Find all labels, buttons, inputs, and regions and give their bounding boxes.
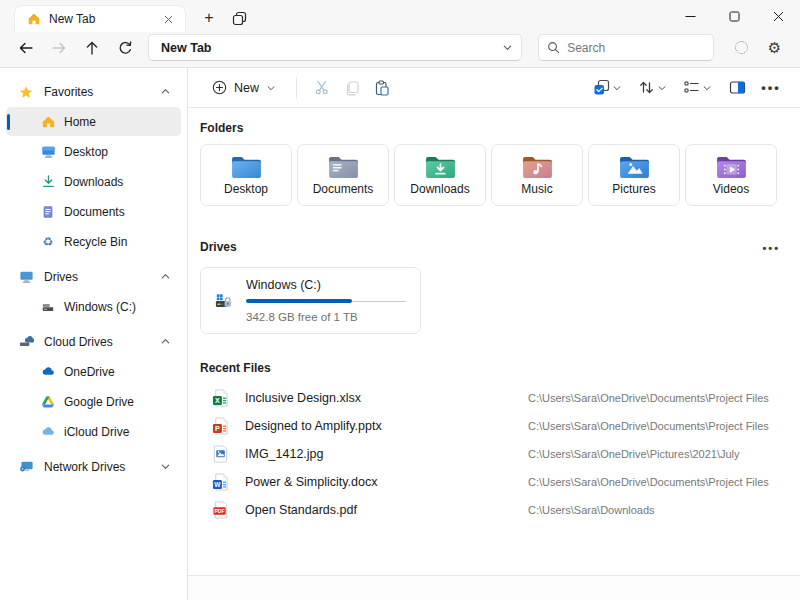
- desktop-folder-icon: [231, 154, 262, 179]
- folder-card-downloads[interactable]: Downloads: [394, 144, 486, 206]
- toolbar-separator: [296, 77, 297, 99]
- svg-text:W: W: [214, 481, 221, 488]
- sidebar-item-icloud-drive[interactable]: iCloud Drive: [6, 417, 181, 446]
- home-icon: [27, 12, 41, 26]
- sidebar: Favorites Home Desktop Downloads Documen…: [0, 68, 188, 600]
- tab-overview-icon[interactable]: [226, 5, 252, 31]
- copy-icon[interactable]: [337, 73, 367, 103]
- sidebar-section-network-drives[interactable]: Network Drives: [6, 452, 181, 481]
- sort-menu[interactable]: [632, 75, 673, 100]
- search-box[interactable]: [538, 34, 714, 61]
- folders-row: Desktop Documents Downloads Music: [200, 144, 786, 206]
- address-chevron-down-icon[interactable]: [502, 42, 513, 53]
- minimize-button[interactable]: [668, 0, 712, 32]
- file-row[interactable]: X Inclusive Design.xlsx C:\Users\Sara\On…: [200, 384, 786, 412]
- file-row[interactable]: IMG_1412.jpg C:\Users\Sara\OneDrive\Pict…: [200, 440, 786, 468]
- folders-section-title: Folders: [200, 121, 786, 135]
- powerpoint-file-icon: P: [210, 417, 230, 435]
- download-icon: [40, 174, 56, 189]
- svg-text:P: P: [215, 425, 220, 433]
- chevron-up-icon[interactable]: [160, 336, 171, 347]
- folder-card-pictures[interactable]: Pictures: [588, 144, 680, 206]
- sidebar-item-home[interactable]: Home: [6, 107, 181, 136]
- chevron-down-icon: [702, 83, 712, 93]
- forward-icon[interactable]: [45, 34, 72, 61]
- downloads-folder-icon: [425, 154, 456, 179]
- sidebar-section-drives[interactable]: Drives: [6, 262, 181, 291]
- folder-card-desktop[interactable]: Desktop: [200, 144, 292, 206]
- drive-usage-bar: [246, 299, 406, 303]
- bitlocker-drive-icon: [215, 283, 232, 319]
- documents-folder-icon: [328, 154, 359, 179]
- new-button[interactable]: New: [202, 75, 286, 100]
- cloud-drive-icon: [18, 334, 34, 349]
- new-tab-button[interactable]: +: [196, 5, 222, 31]
- excel-file-icon: X: [210, 389, 230, 407]
- sidebar-item-recycle-bin[interactable]: ♻ Recycle Bin: [6, 227, 181, 256]
- tab-close-icon[interactable]: [159, 10, 177, 28]
- more-options-icon[interactable]: •••: [756, 73, 786, 103]
- sidebar-section-favorites[interactable]: Favorites: [6, 77, 181, 106]
- sidebar-section-cloud-drives[interactable]: Cloud Drives: [6, 327, 181, 356]
- plus-circle-icon: [212, 80, 227, 95]
- drives-monitor-icon: [18, 269, 34, 284]
- recent-files-section-title: Recent Files: [200, 361, 786, 375]
- address-bar[interactable]: [148, 34, 522, 61]
- sync-status-icon[interactable]: [728, 34, 755, 61]
- preview-pane-icon[interactable]: [722, 73, 752, 103]
- titlebar: New Tab +: [0, 0, 800, 32]
- tab-title: New Tab: [49, 12, 151, 26]
- chevron-up-icon[interactable]: [160, 271, 171, 282]
- paste-icon[interactable]: [367, 73, 397, 103]
- folder-card-videos[interactable]: Videos: [685, 144, 777, 206]
- maximize-button[interactable]: [712, 0, 756, 32]
- drive-card-windows-c[interactable]: Windows (C:) 342.8 GB free of 1 TB: [200, 267, 421, 334]
- sidebar-item-onedrive[interactable]: OneDrive: [6, 357, 181, 386]
- sidebar-item-downloads[interactable]: Downloads: [6, 167, 181, 196]
- pdf-file-icon: PDF: [210, 501, 230, 519]
- folder-card-documents[interactable]: Documents: [297, 144, 389, 206]
- sidebar-item-desktop[interactable]: Desktop: [6, 137, 181, 166]
- chevron-down-icon[interactable]: [160, 461, 171, 472]
- search-input[interactable]: [567, 41, 705, 55]
- chevron-up-icon[interactable]: [160, 86, 171, 97]
- home-icon: [40, 114, 56, 129]
- recycle-bin-icon: ♻: [40, 236, 56, 248]
- sidebar-item-google-drive[interactable]: Google Drive: [6, 387, 181, 416]
- image-file-icon: [210, 445, 230, 463]
- sidebar-item-windows-c[interactable]: Windows (C:): [6, 292, 181, 321]
- status-bar: [188, 575, 800, 600]
- refresh-icon[interactable]: [111, 34, 138, 61]
- recent-files-list: X Inclusive Design.xlsx C:\Users\Sara\On…: [200, 384, 786, 524]
- drives-more-icon[interactable]: •••: [756, 236, 786, 258]
- drive-free-space: 342.8 GB free of 1 TB: [246, 311, 406, 323]
- chevron-down-icon: [266, 83, 276, 93]
- star-icon: [18, 85, 34, 99]
- close-button[interactable]: [756, 0, 800, 32]
- svg-text:PDF: PDF: [214, 508, 224, 514]
- search-icon: [547, 41, 560, 54]
- sidebar-item-documents[interactable]: Documents: [6, 197, 181, 226]
- up-icon[interactable]: [78, 34, 105, 61]
- address-input[interactable]: [161, 41, 502, 55]
- multiselect-icon: [593, 79, 610, 96]
- onedrive-cloud-icon: [40, 364, 56, 379]
- view-menu[interactable]: [677, 75, 718, 100]
- chevron-down-icon: [612, 83, 622, 93]
- file-row[interactable]: W Power & Simplicity.docx C:\Users\Sara\…: [200, 468, 786, 496]
- chevron-down-icon: [657, 83, 667, 93]
- videos-folder-icon: [716, 154, 747, 179]
- file-row[interactable]: P Designed to Amplify.pptx C:\Users\Sara…: [200, 412, 786, 440]
- back-icon[interactable]: [12, 34, 39, 61]
- folder-card-music[interactable]: Music: [491, 144, 583, 206]
- monitor-icon: [40, 144, 56, 159]
- home-page: Folders Desktop Documents Downloads: [188, 108, 800, 575]
- cut-icon[interactable]: [307, 73, 337, 103]
- file-row[interactable]: PDF Open Standards.pdf C:\Users\Sara\Dow…: [200, 496, 786, 524]
- view-layout-icon: [683, 79, 700, 96]
- settings-gear-icon[interactable]: ⚙: [761, 34, 788, 61]
- command-toolbar: New: [188, 68, 800, 108]
- tab-new-tab[interactable]: New Tab: [14, 5, 186, 32]
- select-menu[interactable]: [587, 75, 628, 100]
- document-icon: [40, 205, 56, 219]
